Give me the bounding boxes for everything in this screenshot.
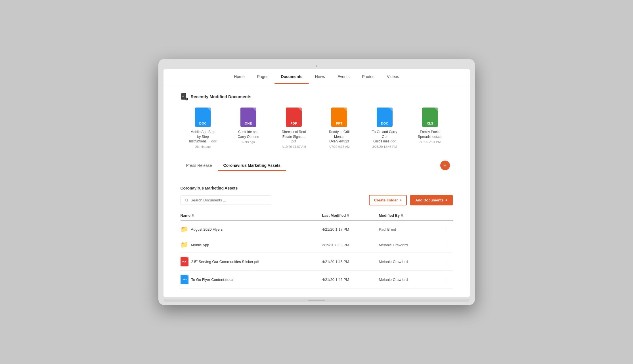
user-cell-1: Melanie Crawford <box>379 243 441 247</box>
pdf-badge-2: PDF <box>181 257 188 266</box>
doc-type-label-4: DOC <box>381 122 388 125</box>
tab-press-release[interactable]: Press Release <box>181 160 218 171</box>
create-folder-plus-icon: + <box>400 198 402 202</box>
add-documents-plus-icon: + <box>445 198 448 202</box>
nav-home[interactable]: Home <box>228 69 251 84</box>
date-cell-0: 4/21/20 1:17 PM <box>322 227 379 232</box>
sort-modified-icon: ⇅ <box>347 214 349 217</box>
search-box[interactable] <box>181 195 271 205</box>
svg-rect-2 <box>182 96 184 96</box>
svg-line-7 <box>187 201 188 202</box>
sort-user-icon: ⇅ <box>401 214 403 217</box>
row-more-button-3[interactable]: ⋮ <box>441 276 453 283</box>
doc-type-label-1: ONE <box>245 122 252 125</box>
file-name-1: Mobile App <box>191 243 209 247</box>
nav-photos[interactable]: Photos <box>356 69 381 84</box>
header-name[interactable]: Name ⇅ <box>181 213 322 218</box>
doc-type-label-2: PDF <box>290 122 297 125</box>
top-navigation: Home Pages Documents News Events Photos … <box>164 69 470 84</box>
recent-section-title: Recently Modified Documents <box>191 94 251 99</box>
add-tab-button[interactable]: + <box>440 161 450 170</box>
doc-name-5: Family Packs Spreadsheet.xls <box>416 130 444 139</box>
user-cell-2: Melanie Crawford <box>379 260 441 264</box>
file-name-2: 2.5" Serving Our Communities Sticker.pdf <box>191 260 259 264</box>
recent-section-header: Recently Modified Documents <box>181 93 453 101</box>
doc-name-4: To-Go and Carry Out Guidelines.doc <box>370 130 399 144</box>
doc-type-label-3: PPT <box>336 122 343 125</box>
file-cell-0: 📁 August 2020 Flyers <box>181 226 322 233</box>
nav-videos[interactable]: Videos <box>381 69 405 84</box>
sort-name-icon: ⇅ <box>192 214 194 217</box>
doc-name-2: Directional Real Estate Signs ... pdf <box>280 130 308 144</box>
search-icon <box>185 198 188 202</box>
table-row[interactable]: DOCX To Go Flyer Content.docx 4/21/20 1:… <box>181 271 453 289</box>
row-more-button-0[interactable]: ⋮ <box>441 226 453 232</box>
create-folder-button[interactable]: Create Folder + <box>369 195 407 205</box>
tab-coronavirus-assets[interactable]: Coronavirus Marketing Assets <box>218 160 286 171</box>
doc-time-4: 3/28/20 12:48 PM <box>372 145 397 148</box>
tabs-bar: Press Release Coronavirus Marketing Asse… <box>181 160 453 171</box>
nav-pages[interactable]: Pages <box>251 69 275 84</box>
doc-time-3: 4/7/20 9:16 AM <box>329 145 350 148</box>
search-input[interactable] <box>190 198 267 202</box>
table-row[interactable]: 📁 August 2020 Flyers 4/21/20 1:17 PM Pau… <box>181 222 453 237</box>
date-cell-3: 4/21/20 1:45 PM <box>322 277 379 282</box>
file-cell-2: PDF 2.5" Serving Our Communities Sticker… <box>181 257 322 266</box>
doc-name-3: Ready to Grill Menus Overview.ppt <box>325 130 353 144</box>
doc-type-label-0: DOC <box>199 122 207 125</box>
svg-rect-5 <box>186 98 187 100</box>
header-last-modified[interactable]: Last Modified ⇅ <box>322 213 379 218</box>
table-header: Name ⇅ Last Modified ⇅ Modified By ⇅ <box>181 211 453 220</box>
doc-time-5: 3/7/20 2:24 PM <box>420 140 441 144</box>
file-cell-3: DOCX To Go Flyer Content.docx <box>181 275 322 284</box>
docx-badge-3: DOCX <box>181 275 188 284</box>
table-row[interactable]: 📁 Mobile App 2/19/20 8:33 PM Melanie Cra… <box>181 237 453 253</box>
recent-doc-4[interactable]: DOC To-Go and Carry Out Guidelines.doc 3… <box>370 108 399 148</box>
user-cell-3: Melanie Crawford <box>379 277 441 282</box>
recent-doc-2[interactable]: PDF Directional Real Estate Signs ... pd… <box>280 108 308 148</box>
docs-toolbar: Create Folder + Add Documents + <box>181 195 453 205</box>
create-folder-label: Create Folder <box>374 198 398 202</box>
doc-time-1: 6 hrs ago <box>242 140 255 144</box>
row-more-button-2[interactable]: ⋮ <box>441 258 453 265</box>
row-more-button-1[interactable]: ⋮ <box>441 242 453 248</box>
nav-documents[interactable]: Documents <box>274 69 309 84</box>
documents-table: Name ⇅ Last Modified ⇅ Modified By ⇅ <box>181 211 453 289</box>
table-row[interactable]: PDF 2.5" Serving Our Communities Sticker… <box>181 253 453 271</box>
nav-news[interactable]: News <box>309 69 331 84</box>
file-name-3: To Go Flyer Content.docx <box>191 277 233 282</box>
recent-doc-0[interactable]: DOC Mobile App Step by Step Instructions… <box>189 108 217 148</box>
svg-rect-1 <box>182 95 185 95</box>
nav-events[interactable]: Events <box>331 69 356 84</box>
document-icon <box>181 93 188 101</box>
file-cell-1: 📁 Mobile App <box>181 241 322 249</box>
docs-section-title: Coronavirus Marketing Assets <box>181 186 453 190</box>
date-cell-1: 2/19/20 8:33 PM <box>322 243 379 247</box>
recent-docs-list: DOC Mobile App Step by Step Instructions… <box>181 108 453 148</box>
doc-type-label-5: XLS <box>427 122 433 125</box>
add-documents-button[interactable]: Add Documents + <box>410 195 452 205</box>
date-cell-2: 4/21/20 1:45 PM <box>322 260 379 264</box>
recent-doc-5[interactable]: XLS Family Packs Spreadsheet.xls 3/7/20 … <box>416 108 444 148</box>
file-name-0: August 2020 Flyers <box>191 227 223 232</box>
doc-name-1: Curbside and Carry Out.one <box>234 130 263 139</box>
user-cell-0: Paul Brent <box>379 227 441 232</box>
recent-doc-1[interactable]: ONE Curbside and Carry Out.one 6 hrs ago <box>234 108 263 148</box>
folder-icon-0: 📁 <box>181 226 188 233</box>
folder-icon-1: 📁 <box>181 241 188 249</box>
doc-time-0: 28 min ago <box>195 145 211 148</box>
recent-doc-3[interactable]: PPT Ready to Grill Menus Overview.ppt 4/… <box>325 108 353 148</box>
header-modified-by[interactable]: Modified By ⇅ <box>379 213 441 218</box>
add-documents-label: Add Documents <box>415 198 444 202</box>
doc-time-2: 4/19/20 11:07 AM <box>282 145 306 148</box>
doc-name-0: Mobile App Step by Step Instructions ...… <box>189 130 217 144</box>
